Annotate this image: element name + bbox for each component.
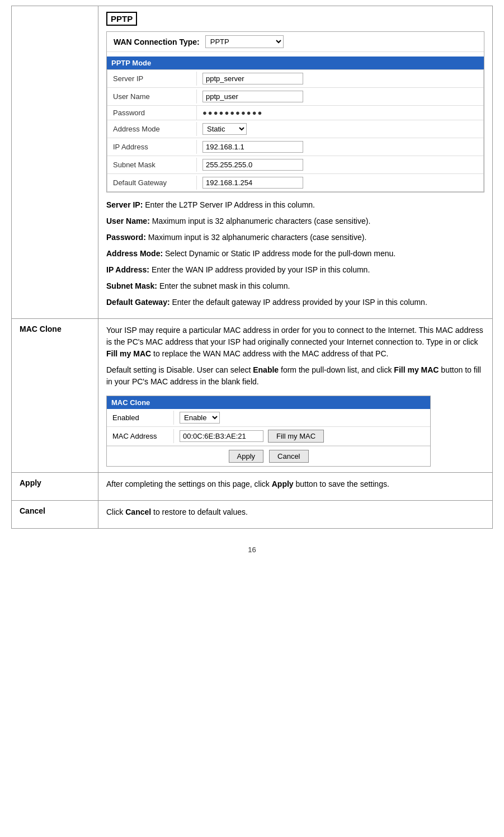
ip-address-desc-bold: IP Address:: [106, 265, 149, 274]
username-label: User Name: [107, 90, 197, 104]
password-desc-bold: Password:: [106, 233, 146, 242]
mac-clone-table-header: MAC Clone: [107, 396, 430, 409]
mac-address-value: Fill my MAC: [174, 427, 329, 445]
default-gateway-desc: Default Gateway: Enter the default gatew…: [106, 297, 484, 308]
cancel-desc-text2: to restore to default values.: [153, 507, 248, 516]
username-desc: User Name: Maximum input is 32 alphanume…: [106, 215, 484, 227]
password-value: ●●●●●●●●●●●: [197, 106, 269, 120]
mac-clone-row: MAC Clone Your ISP may require a particu…: [12, 319, 493, 473]
fill-my-mac-button[interactable]: Fill my MAC: [268, 430, 324, 443]
username-row: User Name: [107, 88, 483, 106]
apply-desc-text2: button to save the settings.: [296, 479, 389, 488]
mac-clone-desc1-text2: to replace the WAN MAC address with the …: [153, 349, 388, 358]
server-ip-row: Server IP: [107, 70, 483, 88]
username-value: [197, 88, 309, 105]
fill-my-mac-bold2: Fill my MAC: [394, 365, 439, 374]
enabled-row: Enabled Enable Disable: [107, 409, 430, 427]
username-desc-text: Maximum input is 32 alphanumeric charact…: [152, 217, 371, 225]
address-mode-value: Static Dynamic: [197, 120, 252, 138]
ip-address-desc-text: Enter the WAN IP address provided by you…: [152, 265, 370, 274]
mac-address-row: MAC Address Fill my MAC: [107, 427, 430, 446]
apply-left-cell: Apply: [12, 473, 98, 501]
default-gateway-row: Default Gateway: [107, 174, 483, 191]
address-mode-desc: Address Mode: Select Dynamic or Static I…: [106, 248, 484, 260]
subnet-mask-value: [197, 156, 309, 173]
mac-clone-desc1-text1: Your ISP may require a particular MAC ad…: [106, 326, 483, 346]
server-ip-desc-bold: Server IP:: [106, 200, 143, 209]
default-gateway-desc-bold: Default Gateway:: [106, 298, 170, 307]
mac-clone-table: MAC Clone Enabled Enable Disable MAC Add…: [106, 396, 431, 467]
apply-desc: After completing the settings on this pa…: [106, 478, 484, 490]
enabled-label: Enabled: [107, 411, 174, 425]
enabled-value: Enable Disable: [174, 409, 225, 426]
wan-connection-select[interactable]: PPTP: [205, 35, 284, 48]
mac-clone-left-cell: MAC Clone: [12, 319, 98, 473]
page-number: 16: [11, 546, 493, 554]
main-table: PPTP WAN Connection Type: PPTP PPTP Mode: [11, 6, 493, 529]
pptp-row: PPTP WAN Connection Type: PPTP PPTP Mode: [12, 6, 493, 319]
apply-right-cell: After completing the settings on this pa…: [98, 473, 493, 501]
cancel-right-cell: Click Cancel to restore to default value…: [98, 501, 493, 529]
mac-clone-desc1: Your ISP may require a particular MAC ad…: [106, 325, 484, 360]
cancel-desc: Click Cancel to restore to default value…: [106, 506, 484, 518]
apply-bold: Apply: [272, 479, 294, 488]
apply-desc-text1: After completing the settings on this pa…: [106, 479, 272, 488]
password-row: Password ●●●●●●●●●●●: [107, 106, 483, 120]
pptp-mode-header: PPTP Mode: [107, 57, 484, 69]
pptp-title: PPTP: [106, 12, 137, 26]
subnet-mask-desc: Subnet Mask: Enter the subnet mask in th…: [106, 280, 484, 292]
password-dots: ●●●●●●●●●●●: [202, 109, 263, 117]
subnet-mask-desc-text: Enter the subnet mask in this column.: [159, 281, 290, 290]
cancel-left-cell: Cancel: [12, 501, 98, 529]
pptp-form-body: Server IP User Name: [107, 69, 484, 192]
password-desc: Password: Maximum input is 32 alphanumer…: [106, 232, 484, 243]
mac-apply-button[interactable]: Apply: [229, 450, 264, 463]
mac-clone-desc2-text2: form the pull-down list, and click: [281, 365, 394, 374]
ip-address-input[interactable]: [202, 141, 303, 153]
server-ip-desc: Server IP: Enter the L2TP Server IP Addr…: [106, 199, 484, 211]
server-ip-value: [197, 70, 309, 87]
mac-clone-desc2-text1: Default setting is Disable. User can sel…: [106, 365, 253, 374]
address-mode-desc-text: Select Dynamic or Static IP address mode…: [165, 249, 395, 258]
subnet-mask-row: Subnet Mask: [107, 156, 483, 174]
enable-bold: Enable: [253, 365, 279, 374]
ip-address-label: IP Address: [107, 140, 197, 154]
address-mode-row: Address Mode Static Dynamic: [107, 120, 483, 138]
cancel-bold: Cancel: [125, 507, 151, 516]
subnet-mask-label: Subnet Mask: [107, 158, 197, 172]
mac-clone-buttons-row: Apply Cancel: [107, 446, 430, 466]
subnet-mask-input[interactable]: [202, 159, 303, 171]
username-desc-bold: User Name:: [106, 217, 150, 225]
username-input[interactable]: [202, 91, 303, 102]
mac-address-label: MAC Address: [107, 429, 174, 443]
mac-address-input[interactable]: [180, 430, 263, 442]
wan-connection-label: WAN Connection Type:: [114, 37, 200, 46]
ip-address-row: IP Address: [107, 138, 483, 156]
default-gateway-value: [197, 174, 309, 191]
server-ip-desc-text: Enter the L2TP Server IP Address in this…: [145, 200, 315, 209]
default-gateway-input[interactable]: [202, 177, 303, 189]
default-gateway-label: Default Gateway: [107, 176, 197, 190]
cancel-row: Cancel Click Cancel to restore to defaul…: [12, 501, 493, 529]
address-mode-label: Address Mode: [107, 122, 197, 136]
address-mode-desc-bold: Address Mode:: [106, 249, 163, 258]
fill-my-mac-bold1: Fill my MAC: [106, 349, 151, 358]
mac-clone-right-cell: Your ISP may require a particular MAC ad…: [98, 319, 493, 473]
wan-connection-row: WAN Connection Type: PPTP: [107, 32, 484, 52]
server-ip-label: Server IP: [107, 72, 197, 86]
server-ip-input[interactable]: [202, 73, 303, 84]
pptp-form-container: WAN Connection Type: PPTP PPTP Mode Serv…: [106, 31, 484, 192]
password-label: Password: [107, 106, 197, 120]
ip-address-desc: IP Address: Enter the WAN IP address pro…: [106, 264, 484, 276]
pptp-left-cell: [12, 6, 98, 319]
cancel-desc-text1: Click: [106, 507, 125, 516]
mac-cancel-button[interactable]: Cancel: [269, 450, 308, 463]
apply-row: Apply After completing the settings on t…: [12, 473, 493, 501]
mac-clone-desc2: Default setting is Disable. User can sel…: [106, 364, 484, 388]
default-gateway-desc-text: Enter the default gateway IP address pro…: [172, 298, 427, 307]
ip-address-value: [197, 138, 309, 156]
pptp-right-cell: PPTP WAN Connection Type: PPTP PPTP Mode: [98, 6, 493, 319]
enabled-select[interactable]: Enable Disable: [180, 412, 220, 424]
address-mode-select[interactable]: Static Dynamic: [202, 123, 247, 135]
page-wrapper: PPTP WAN Connection Type: PPTP PPTP Mode: [0, 0, 504, 576]
